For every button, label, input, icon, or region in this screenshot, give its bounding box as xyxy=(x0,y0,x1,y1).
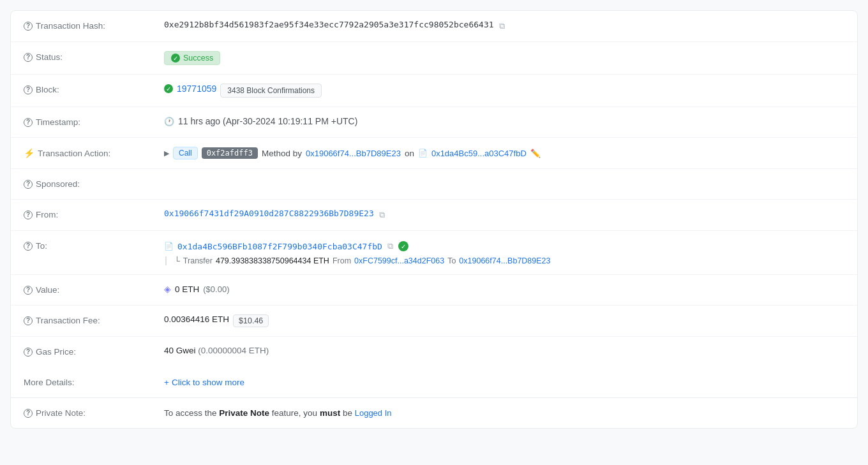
to-doc-icon: 📄 xyxy=(164,242,174,251)
transaction-action-row: ⚡ Transaction Action: ▶ Call 0xf2afdff3 … xyxy=(11,138,857,169)
gas-label: ? Gas Price: xyxy=(24,346,164,357)
sponsored-row: ? Sponsored: xyxy=(11,169,857,200)
help-icon-sponsored[interactable]: ? xyxy=(24,180,33,189)
private-note-must: must xyxy=(320,408,340,418)
private-note-row: ? Private Note: To access the Private No… xyxy=(11,398,857,428)
check-icon: ✓ xyxy=(171,54,180,63)
on-text: on xyxy=(405,149,414,158)
sponsored-label: ? Sponsored: xyxy=(24,178,164,189)
clock-icon: 🕐 xyxy=(164,117,174,126)
to-label: ? To: xyxy=(24,240,164,251)
help-icon-hash[interactable]: ? xyxy=(24,22,33,31)
to-row: ? To: 📄 0x1da4Bc596BFb1087f2F799b0340Fcb… xyxy=(11,231,857,275)
private-note-section: ? Private Note: To access the Private No… xyxy=(11,398,857,428)
timestamp-row: ? Timestamp: 🕐 11 hrs ago (Apr-30-2024 1… xyxy=(11,107,857,138)
method-badge: 0xf2afdff3 xyxy=(202,147,258,159)
fee-label: ? Transaction Fee: xyxy=(24,314,164,325)
action-contract-link[interactable]: 0x1da4Bc59...a03C47fbD xyxy=(431,149,527,158)
call-badge: Call xyxy=(173,147,198,159)
method-by-text: Method by xyxy=(262,149,302,158)
action-from-link[interactable]: 0x19066f74...Bb7D89E23 xyxy=(306,149,401,158)
block-number-link[interactable]: 19771059 xyxy=(177,84,216,94)
value-eth: 0 ETH xyxy=(175,284,199,294)
transfer-from-label: From xyxy=(333,256,351,265)
edit-icon[interactable]: ✏️ xyxy=(530,149,541,158)
transfer-to-link[interactable]: 0x19066f74...Bb7D89E23 xyxy=(459,256,550,265)
document-icon: 📄 xyxy=(418,149,428,158)
block-value: ✓ 19771059 3438 Block Confirmations xyxy=(164,84,844,98)
more-details-row: More Details: + Click to show more xyxy=(11,367,857,397)
to-top: 📄 0x1da4Bc596BFb1087f2F799b0340Fcba03C47… xyxy=(164,240,551,253)
plus-icon: + xyxy=(164,378,169,387)
copy-hash-icon[interactable]: ⧉ xyxy=(498,20,506,33)
lightning-icon: ⚡ xyxy=(24,148,34,158)
value-label: ? Value: xyxy=(24,284,164,295)
help-icon-to[interactable]: ? xyxy=(24,242,33,251)
to-section: 📄 0x1da4Bc596BFb1087f2F799b0340Fcba03C47… xyxy=(164,240,551,265)
copy-to-icon[interactable]: ⧉ xyxy=(386,240,394,253)
gas-gwei: 40 Gwei (0.00000004 ETH) xyxy=(164,346,269,355)
copy-from-icon[interactable]: ⧉ xyxy=(378,209,386,221)
verified-icon: ✓ xyxy=(398,241,408,251)
eth-value-row: ◈ 0 ETH ($0.00) xyxy=(164,284,229,294)
gas-eth: (0.00000004 ETH) xyxy=(198,346,269,355)
block-row: ? Block: ✓ 19771059 3438 Block Confirmat… xyxy=(11,75,857,107)
transfer-to-label: To xyxy=(447,256,456,265)
block-check-icon: ✓ xyxy=(164,84,173,93)
help-icon-block[interactable]: ? xyxy=(24,85,33,94)
help-icon-fee[interactable]: ? xyxy=(24,316,33,325)
click-to-show-text: Click to show more xyxy=(172,378,244,387)
help-icon-value[interactable]: ? xyxy=(24,286,33,295)
help-icon-status[interactable]: ? xyxy=(24,53,33,62)
transaction-hash-value: 0xe2912b8bf34d561983f2ae95f34e33ecc7792a… xyxy=(164,20,844,33)
fee-eth: 0.00364416 ETH xyxy=(164,314,229,324)
block-confirmations-badge: 3438 Block Confirmations xyxy=(220,84,322,98)
more-details-section: More Details: + Click to show more xyxy=(11,367,857,398)
fee-usd-badge: $10.46 xyxy=(233,314,269,327)
timestamp-label: ? Timestamp: xyxy=(24,116,164,127)
transaction-action-value: ▶ Call 0xf2afdff3 Method by 0x19066f74..… xyxy=(164,147,844,159)
help-icon-timestamp[interactable]: ? xyxy=(24,118,33,127)
transfer-label: Transfer xyxy=(183,256,213,265)
fee-row: ? Transaction Fee: 0.00364416 ETH $10.46 xyxy=(11,306,857,337)
help-icon-from[interactable]: ? xyxy=(24,210,33,219)
transaction-hash-row: ? Transaction Hash: 0xe2912b8bf34d561983… xyxy=(11,11,857,42)
private-note-text: To access the Private Note feature, you … xyxy=(164,408,392,418)
value-value: ◈ 0 ETH ($0.00) xyxy=(164,284,844,294)
logged-in-link[interactable]: Logged In xyxy=(355,408,392,418)
eth-diamond-icon: ◈ xyxy=(164,284,171,294)
value-row: ? Value: ◈ 0 ETH ($0.00) xyxy=(11,275,857,306)
status-value: ✓ Success xyxy=(164,51,844,65)
transfer-amount: 479.393838338750964434 ETH xyxy=(216,256,329,265)
private-note-label: ? Private Note: xyxy=(24,408,164,418)
from-value: 0x19066f7431df29A0910d287C8822936Bb7D89E… xyxy=(164,209,844,221)
arrow-icon: ▶ xyxy=(164,149,169,158)
status-label: ? Status: xyxy=(24,51,164,62)
to-address-link[interactable]: 0x1da4Bc596BFb1087f2F799b0340Fcba03C47fb… xyxy=(177,242,382,251)
from-address-link[interactable]: 0x19066f7431df29A0910d287C8822936Bb7D89E… xyxy=(164,209,374,218)
from-row: ? From: 0x19066f7431df29A0910d287C882293… xyxy=(11,200,857,231)
from-label: ? From: xyxy=(24,209,164,219)
action-row: ▶ Call 0xf2afdff3 Method by 0x19066f74..… xyxy=(164,147,541,159)
to-value: 📄 0x1da4Bc596BFb1087f2F799b0340Fcba03C47… xyxy=(164,240,844,265)
help-icon-private-note[interactable]: ? xyxy=(24,409,33,418)
hash-text: 0xe2912b8bf34d561983f2ae95f34e33ecc7792a… xyxy=(164,20,494,29)
status-row: ? Status: ✓ Success xyxy=(11,42,857,75)
private-note-bold: Private Note xyxy=(219,408,269,418)
transaction-action-label: ⚡ Transaction Action: xyxy=(24,147,164,158)
transfer-row: └ Transfer 479.393838338750964434 ETH Fr… xyxy=(165,256,551,265)
timestamp-value: 🕐 11 hrs ago (Apr-30-2024 10:19:11 PM +U… xyxy=(164,116,844,126)
gas-row: ? Gas Price: 40 Gwei (0.00000004 ETH) xyxy=(11,337,857,367)
transfer-from-link[interactable]: 0xFC7599cf...a34d2F063 xyxy=(354,256,444,265)
value-usd: ($0.00) xyxy=(203,284,229,294)
status-badge: ✓ Success xyxy=(164,51,220,65)
fee-value: 0.00364416 ETH $10.46 xyxy=(164,314,844,327)
more-details-label: More Details: xyxy=(24,378,164,387)
transfer-prefix: └ xyxy=(174,256,180,265)
timestamp-text: 11 hrs ago (Apr-30-2024 10:19:11 PM +UTC… xyxy=(178,116,357,126)
help-icon-gas[interactable]: ? xyxy=(24,348,33,357)
block-label: ? Block: xyxy=(24,84,164,94)
gas-value: 40 Gwei (0.00000004 ETH) xyxy=(164,346,844,355)
transaction-hash-label: ? Transaction Hash: xyxy=(24,20,164,31)
click-to-show-link[interactable]: + Click to show more xyxy=(164,378,244,387)
